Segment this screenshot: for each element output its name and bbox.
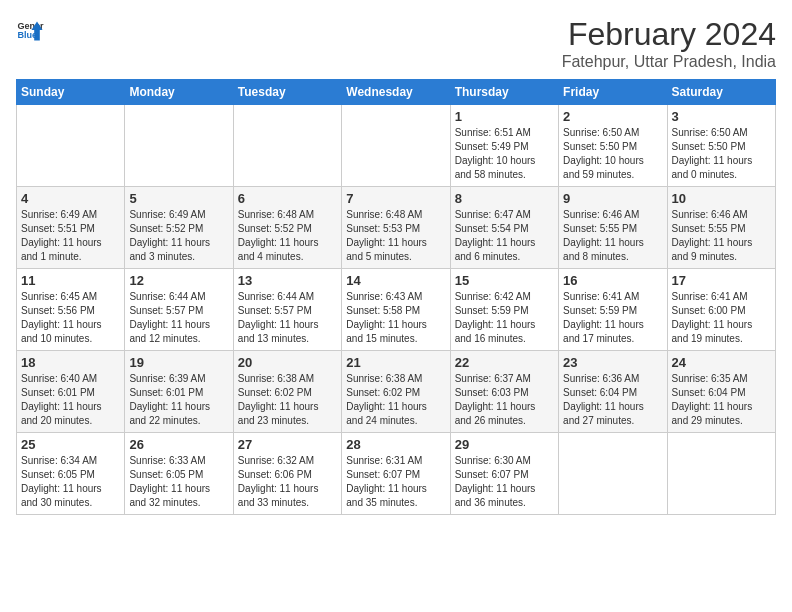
weekday-header-cell: Monday xyxy=(125,80,233,105)
day-detail: Sunrise: 6:40 AMSunset: 6:01 PMDaylight:… xyxy=(21,372,120,428)
day-number: 4 xyxy=(21,191,120,206)
calendar-day-cell: 3Sunrise: 6:50 AMSunset: 5:50 PMDaylight… xyxy=(667,105,775,187)
calendar-day-cell xyxy=(233,105,341,187)
day-detail: Sunrise: 6:50 AMSunset: 5:50 PMDaylight:… xyxy=(563,126,662,182)
day-detail: Sunrise: 6:31 AMSunset: 6:07 PMDaylight:… xyxy=(346,454,445,510)
day-detail: Sunrise: 6:38 AMSunset: 6:02 PMDaylight:… xyxy=(346,372,445,428)
day-number: 15 xyxy=(455,273,554,288)
day-number: 22 xyxy=(455,355,554,370)
day-detail: Sunrise: 6:44 AMSunset: 5:57 PMDaylight:… xyxy=(129,290,228,346)
calendar-day-cell: 23Sunrise: 6:36 AMSunset: 6:04 PMDayligh… xyxy=(559,351,667,433)
day-detail: Sunrise: 6:49 AMSunset: 5:51 PMDaylight:… xyxy=(21,208,120,264)
day-number: 11 xyxy=(21,273,120,288)
day-number: 8 xyxy=(455,191,554,206)
day-number: 10 xyxy=(672,191,771,206)
day-number: 7 xyxy=(346,191,445,206)
day-number: 17 xyxy=(672,273,771,288)
day-number: 1 xyxy=(455,109,554,124)
calendar-day-cell: 4Sunrise: 6:49 AMSunset: 5:51 PMDaylight… xyxy=(17,187,125,269)
weekday-header-row: SundayMondayTuesdayWednesdayThursdayFrid… xyxy=(17,80,776,105)
day-detail: Sunrise: 6:35 AMSunset: 6:04 PMDaylight:… xyxy=(672,372,771,428)
calendar-week-row: 25Sunrise: 6:34 AMSunset: 6:05 PMDayligh… xyxy=(17,433,776,515)
weekday-header-cell: Wednesday xyxy=(342,80,450,105)
logo: General Blue xyxy=(16,16,44,44)
calendar-day-cell: 16Sunrise: 6:41 AMSunset: 5:59 PMDayligh… xyxy=(559,269,667,351)
day-detail: Sunrise: 6:44 AMSunset: 5:57 PMDaylight:… xyxy=(238,290,337,346)
calendar-day-cell: 17Sunrise: 6:41 AMSunset: 6:00 PMDayligh… xyxy=(667,269,775,351)
day-number: 13 xyxy=(238,273,337,288)
calendar-day-cell: 19Sunrise: 6:39 AMSunset: 6:01 PMDayligh… xyxy=(125,351,233,433)
day-detail: Sunrise: 6:50 AMSunset: 5:50 PMDaylight:… xyxy=(672,126,771,182)
calendar-day-cell: 15Sunrise: 6:42 AMSunset: 5:59 PMDayligh… xyxy=(450,269,558,351)
day-number: 25 xyxy=(21,437,120,452)
logo-icon: General Blue xyxy=(16,16,44,44)
calendar-week-row: 18Sunrise: 6:40 AMSunset: 6:01 PMDayligh… xyxy=(17,351,776,433)
calendar-day-cell: 28Sunrise: 6:31 AMSunset: 6:07 PMDayligh… xyxy=(342,433,450,515)
day-number: 26 xyxy=(129,437,228,452)
day-detail: Sunrise: 6:41 AMSunset: 5:59 PMDaylight:… xyxy=(563,290,662,346)
svg-text:Blue: Blue xyxy=(17,30,37,40)
day-detail: Sunrise: 6:45 AMSunset: 5:56 PMDaylight:… xyxy=(21,290,120,346)
day-detail: Sunrise: 6:39 AMSunset: 6:01 PMDaylight:… xyxy=(129,372,228,428)
calendar-day-cell xyxy=(17,105,125,187)
calendar-table: SundayMondayTuesdayWednesdayThursdayFrid… xyxy=(16,79,776,515)
day-number: 28 xyxy=(346,437,445,452)
day-number: 5 xyxy=(129,191,228,206)
day-number: 20 xyxy=(238,355,337,370)
subtitle: Fatehpur, Uttar Pradesh, India xyxy=(562,53,776,71)
calendar-day-cell: 11Sunrise: 6:45 AMSunset: 5:56 PMDayligh… xyxy=(17,269,125,351)
calendar-day-cell: 18Sunrise: 6:40 AMSunset: 6:01 PMDayligh… xyxy=(17,351,125,433)
calendar-day-cell: 25Sunrise: 6:34 AMSunset: 6:05 PMDayligh… xyxy=(17,433,125,515)
calendar-day-cell: 20Sunrise: 6:38 AMSunset: 6:02 PMDayligh… xyxy=(233,351,341,433)
calendar-day-cell xyxy=(559,433,667,515)
calendar-day-cell: 9Sunrise: 6:46 AMSunset: 5:55 PMDaylight… xyxy=(559,187,667,269)
calendar-day-cell: 8Sunrise: 6:47 AMSunset: 5:54 PMDaylight… xyxy=(450,187,558,269)
day-detail: Sunrise: 6:48 AMSunset: 5:53 PMDaylight:… xyxy=(346,208,445,264)
day-number: 23 xyxy=(563,355,662,370)
calendar-day-cell: 7Sunrise: 6:48 AMSunset: 5:53 PMDaylight… xyxy=(342,187,450,269)
calendar-week-row: 1Sunrise: 6:51 AMSunset: 5:49 PMDaylight… xyxy=(17,105,776,187)
day-number: 24 xyxy=(672,355,771,370)
calendar-day-cell: 14Sunrise: 6:43 AMSunset: 5:58 PMDayligh… xyxy=(342,269,450,351)
day-number: 2 xyxy=(563,109,662,124)
day-number: 29 xyxy=(455,437,554,452)
calendar-day-cell: 5Sunrise: 6:49 AMSunset: 5:52 PMDaylight… xyxy=(125,187,233,269)
calendar-day-cell: 2Sunrise: 6:50 AMSunset: 5:50 PMDaylight… xyxy=(559,105,667,187)
calendar-day-cell xyxy=(125,105,233,187)
day-detail: Sunrise: 6:42 AMSunset: 5:59 PMDaylight:… xyxy=(455,290,554,346)
day-detail: Sunrise: 6:43 AMSunset: 5:58 PMDaylight:… xyxy=(346,290,445,346)
calendar-day-cell xyxy=(342,105,450,187)
day-number: 3 xyxy=(672,109,771,124)
day-number: 16 xyxy=(563,273,662,288)
day-detail: Sunrise: 6:32 AMSunset: 6:06 PMDaylight:… xyxy=(238,454,337,510)
calendar-day-cell: 13Sunrise: 6:44 AMSunset: 5:57 PMDayligh… xyxy=(233,269,341,351)
day-number: 27 xyxy=(238,437,337,452)
calendar-day-cell: 1Sunrise: 6:51 AMSunset: 5:49 PMDaylight… xyxy=(450,105,558,187)
calendar-day-cell: 21Sunrise: 6:38 AMSunset: 6:02 PMDayligh… xyxy=(342,351,450,433)
calendar-day-cell: 6Sunrise: 6:48 AMSunset: 5:52 PMDaylight… xyxy=(233,187,341,269)
calendar-week-row: 11Sunrise: 6:45 AMSunset: 5:56 PMDayligh… xyxy=(17,269,776,351)
day-detail: Sunrise: 6:48 AMSunset: 5:52 PMDaylight:… xyxy=(238,208,337,264)
weekday-header-cell: Thursday xyxy=(450,80,558,105)
day-number: 18 xyxy=(21,355,120,370)
calendar-day-cell: 10Sunrise: 6:46 AMSunset: 5:55 PMDayligh… xyxy=(667,187,775,269)
day-detail: Sunrise: 6:51 AMSunset: 5:49 PMDaylight:… xyxy=(455,126,554,182)
day-detail: Sunrise: 6:49 AMSunset: 5:52 PMDaylight:… xyxy=(129,208,228,264)
calendar-day-cell: 26Sunrise: 6:33 AMSunset: 6:05 PMDayligh… xyxy=(125,433,233,515)
day-detail: Sunrise: 6:36 AMSunset: 6:04 PMDaylight:… xyxy=(563,372,662,428)
header: General Blue February 2024 Fatehpur, Utt… xyxy=(16,16,776,71)
calendar-day-cell: 12Sunrise: 6:44 AMSunset: 5:57 PMDayligh… xyxy=(125,269,233,351)
day-detail: Sunrise: 6:37 AMSunset: 6:03 PMDaylight:… xyxy=(455,372,554,428)
day-number: 12 xyxy=(129,273,228,288)
day-detail: Sunrise: 6:41 AMSunset: 6:00 PMDaylight:… xyxy=(672,290,771,346)
calendar-day-cell xyxy=(667,433,775,515)
day-detail: Sunrise: 6:46 AMSunset: 5:55 PMDaylight:… xyxy=(563,208,662,264)
calendar-day-cell: 24Sunrise: 6:35 AMSunset: 6:04 PMDayligh… xyxy=(667,351,775,433)
day-detail: Sunrise: 6:38 AMSunset: 6:02 PMDaylight:… xyxy=(238,372,337,428)
day-detail: Sunrise: 6:33 AMSunset: 6:05 PMDaylight:… xyxy=(129,454,228,510)
calendar-day-cell: 29Sunrise: 6:30 AMSunset: 6:07 PMDayligh… xyxy=(450,433,558,515)
day-detail: Sunrise: 6:30 AMSunset: 6:07 PMDaylight:… xyxy=(455,454,554,510)
calendar-week-row: 4Sunrise: 6:49 AMSunset: 5:51 PMDaylight… xyxy=(17,187,776,269)
weekday-header-cell: Saturday xyxy=(667,80,775,105)
weekday-header-cell: Sunday xyxy=(17,80,125,105)
